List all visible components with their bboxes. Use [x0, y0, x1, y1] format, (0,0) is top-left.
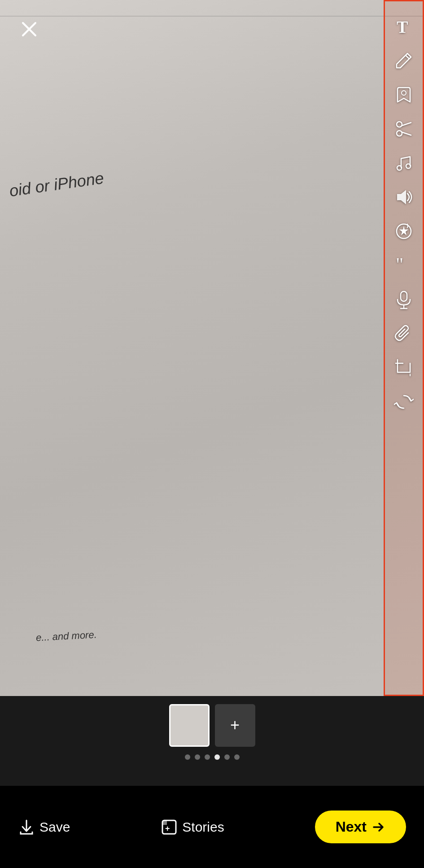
- svg-point-6: [397, 131, 402, 136]
- sticker-icon[interactable]: [387, 78, 421, 112]
- sound-icon[interactable]: [387, 180, 421, 214]
- bottom-bar: Save + Stories Next: [0, 786, 424, 868]
- loop-icon[interactable]: [387, 385, 421, 419]
- svg-rect-13: [401, 291, 407, 301]
- effects-icon[interactable]: [387, 214, 421, 248]
- crop-icon[interactable]: [387, 351, 421, 385]
- svg-text:+: +: [165, 824, 170, 833]
- stories-button[interactable]: + Stories: [161, 819, 224, 836]
- svg-point-4: [402, 91, 406, 95]
- save-icon: [18, 819, 35, 836]
- attachment-icon[interactable]: [387, 317, 421, 351]
- svg-line-3: [406, 55, 409, 59]
- music-icon[interactable]: [387, 146, 421, 180]
- save-button[interactable]: Save: [18, 819, 70, 836]
- thumbnails-bar: +: [162, 696, 262, 754]
- quote-icon[interactable]: ": [387, 248, 421, 282]
- draw-icon[interactable]: [387, 44, 421, 78]
- close-button[interactable]: [18, 18, 40, 40]
- save-label: Save: [39, 820, 70, 835]
- pagination-dots: [185, 754, 240, 760]
- dot-1[interactable]: [185, 754, 190, 760]
- photo-canvas: oid or iPhone e... and more. T: [0, 0, 424, 696]
- dot-2[interactable]: [195, 754, 200, 760]
- dot-4[interactable]: [214, 754, 220, 760]
- next-label: Next: [336, 819, 367, 835]
- svg-text:T: T: [397, 18, 408, 36]
- next-button[interactable]: Next: [315, 811, 406, 843]
- dot-5[interactable]: [224, 754, 230, 760]
- next-arrow-icon: [371, 820, 385, 834]
- dot-6[interactable]: [234, 754, 240, 760]
- svg-point-5: [397, 122, 402, 127]
- stories-icon: +: [161, 819, 178, 836]
- stories-label: Stories: [182, 820, 224, 835]
- svg-line-8: [402, 132, 411, 135]
- svg-text:": ": [396, 256, 403, 275]
- mic-icon[interactable]: [387, 282, 421, 317]
- svg-line-7: [402, 123, 411, 126]
- text-icon[interactable]: T: [387, 9, 421, 44]
- dot-3[interactable]: [205, 754, 210, 760]
- thumbnail-item-1[interactable]: [169, 704, 210, 747]
- add-media-button[interactable]: +: [215, 704, 255, 747]
- photo-background: [0, 0, 424, 696]
- bottom-strip: +: [0, 696, 424, 786]
- scissors-icon[interactable]: [387, 112, 421, 146]
- right-toolbar: T: [384, 0, 424, 696]
